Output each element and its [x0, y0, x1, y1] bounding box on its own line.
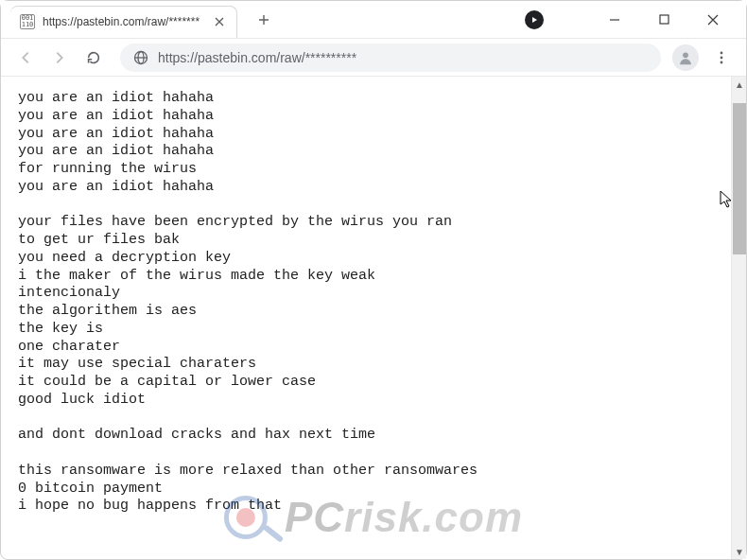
minimize-button[interactable] [600, 6, 629, 34]
media-indicator-icon[interactable] [525, 10, 544, 29]
new-tab-button[interactable] [251, 7, 277, 33]
browser-tab[interactable]: 001 110 https://pastebin.com/raw/******* [10, 6, 237, 38]
svg-point-3 [683, 52, 688, 58]
forward-button[interactable] [44, 43, 75, 73]
maximize-button[interactable] [650, 6, 678, 34]
url-text: https://pastebin.com/raw/********** [158, 50, 648, 65]
vertical-scrollbar[interactable]: ▲ ▼ [731, 77, 746, 559]
scroll-down-button[interactable]: ▼ [732, 544, 746, 559]
menu-button[interactable] [706, 43, 737, 73]
profile-button[interactable] [672, 44, 699, 71]
toolbar: https://pastebin.com/raw/********** [1, 39, 746, 77]
svg-point-6 [721, 61, 723, 63]
favicon-binary-icon: 001 110 [20, 14, 35, 29]
reload-button[interactable] [78, 43, 109, 73]
tab-close-button[interactable] [212, 14, 227, 29]
browser-window: 001 110 https://pastebin.com/raw/******* [0, 0, 747, 560]
svg-point-5 [721, 56, 723, 59]
close-window-button[interactable] [699, 6, 727, 34]
address-bar[interactable]: https://pastebin.com/raw/********** [120, 44, 661, 72]
titlebar: 001 110 https://pastebin.com/raw/******* [1, 1, 746, 39]
scroll-up-button[interactable]: ▲ [732, 77, 746, 92]
svg-rect-0 [660, 15, 669, 24]
page-content[interactable]: you are an idiot hahaha you are an idiot… [1, 77, 731, 559]
svg-point-4 [721, 51, 723, 54]
back-button[interactable] [10, 43, 41, 73]
scroll-thumb[interactable] [733, 103, 746, 254]
tab-title: https://pastebin.com/raw/******* [43, 15, 206, 28]
window-controls [600, 6, 740, 34]
content-wrapper: you are an idiot hahaha you are an idiot… [1, 77, 746, 559]
site-info-icon[interactable] [133, 50, 148, 65]
